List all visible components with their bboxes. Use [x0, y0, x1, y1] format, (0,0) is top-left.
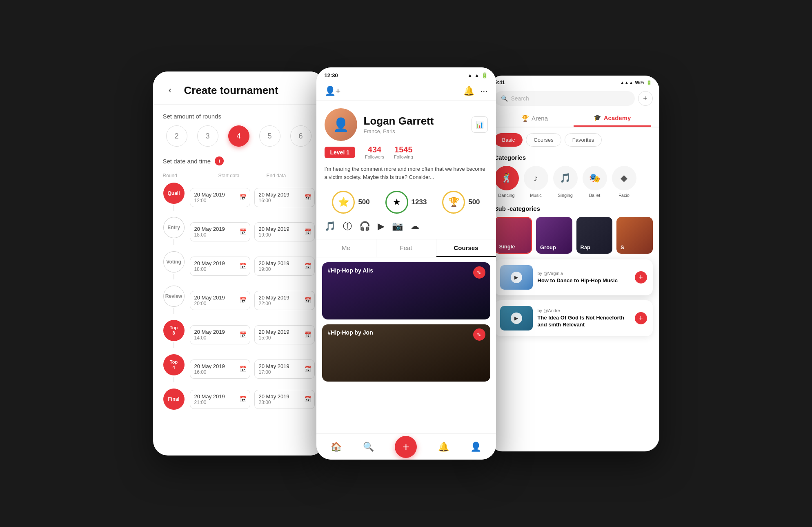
entry-end[interactable]: 20 May 2019 19:00 📅 [254, 222, 315, 241]
info-badge: i [215, 156, 224, 165]
video-card-2[interactable]: #Hip-Hop by Jon ✎ [322, 324, 490, 382]
column-headers: Round Start data End data [163, 173, 315, 179]
cat-ballet[interactable]: 🎭 Ballet [583, 166, 607, 198]
filter-basic[interactable]: Basic [494, 133, 523, 147]
final-dates: 20 May 2019 21:00 📅 20 May 2019 23:00 📅 [190, 390, 315, 409]
review-start[interactable]: 20 May 2019 20:00 📅 [190, 291, 250, 310]
notification-icon[interactable]: 🔔 [463, 86, 474, 96]
badge-voting: Voting [163, 251, 185, 272]
score-circle-green-star: ★ [385, 191, 408, 214]
cat-singing[interactable]: 🎵 Singing [553, 166, 578, 198]
tab-arena[interactable]: 🏆 Arena [496, 109, 574, 127]
review-end[interactable]: 20 May 2019 22:00 📅 [254, 291, 315, 310]
play-button-2[interactable]: ▶ [511, 313, 522, 324]
bio-text: I'm hearing the comment more and more of… [316, 165, 496, 188]
subcat-rap[interactable]: Rap [576, 217, 613, 254]
cal-icon-end: 📅 [304, 366, 311, 372]
play-button-1[interactable]: ▶ [511, 272, 522, 283]
quali-start[interactable]: 20 May 2019 12:00 📅 [190, 188, 250, 207]
level-badge: Level 1 [325, 147, 355, 158]
video-list-card-2: ▶ by @Andre The Idea Of God Is Not Hence… [494, 300, 653, 336]
tab-academy[interactable]: 🎓 Academy [574, 109, 651, 127]
subcat-group[interactable]: Group [536, 217, 572, 254]
facebook-icon[interactable]: ⓕ [343, 220, 352, 232]
quali-end[interactable]: 20 May 2019 16:00 📅 [254, 188, 315, 207]
add-button[interactable]: + [638, 91, 653, 106]
voting-start[interactable]: 20 May 2019 18:00 📅 [190, 257, 250, 276]
date-time-label: Set date and time [163, 158, 211, 165]
subcat-more[interactable]: S [616, 217, 653, 254]
add-video-btn-1[interactable]: + [635, 271, 647, 284]
video-info-2: by @Andre The Idea Of God Is Not Hencefo… [538, 308, 630, 328]
top4-start[interactable]: 20 May 2019 16:00 📅 [190, 360, 250, 379]
video-edit-btn-1[interactable]: ✎ [473, 266, 485, 279]
tab-courses[interactable]: Courses [436, 239, 496, 257]
profile-location: France, Paris [364, 128, 465, 134]
top8-start[interactable]: 20 May 2019 14:00 📅 [190, 325, 250, 344]
music-icon[interactable]: 🎵 [325, 221, 336, 232]
round-2[interactable]: 2 [166, 125, 187, 147]
p3-search-bar: 🔍 Search + [488, 88, 659, 109]
badge-review: Review [163, 286, 185, 307]
filter-favorites[interactable]: Favorites [565, 133, 602, 147]
cat-facio[interactable]: ◆ Facio [612, 166, 636, 198]
round-row-quali: Quali 20 May 2019 12:00 📅 20 May 2019 16… [163, 183, 315, 212]
connector-line [174, 342, 174, 348]
round-4[interactable]: 4 [228, 125, 249, 147]
instagram-icon[interactable]: 📷 [392, 221, 403, 232]
final-start[interactable]: 20 May 2019 21:00 📅 [190, 390, 250, 409]
quali-end-time: 16:00 [259, 198, 310, 203]
filter-courses[interactable]: Courses [526, 133, 561, 147]
round-5[interactable]: 5 [259, 125, 280, 147]
p3-wifi-icon: WiFi [635, 80, 644, 85]
tab-me[interactable]: Me [316, 239, 376, 257]
spotify-icon[interactable]: 🎧 [359, 221, 370, 232]
add-video-btn-2[interactable]: + [635, 312, 647, 324]
chart-button[interactable]: 📊 [472, 116, 488, 133]
video-edit-btn-2[interactable]: ✎ [473, 328, 485, 341]
p3-tabs: 🏆 Arena 🎓 Academy [488, 109, 659, 127]
cat-music[interactable]: ♪ Music [524, 166, 548, 198]
status-time: 12:30 [325, 72, 338, 78]
badge-top8: Top8 [163, 320, 185, 341]
add-user-icon[interactable]: 👤+ [325, 86, 341, 96]
round-6[interactable]: 6 [290, 125, 311, 147]
cat-dancing[interactable]: 🕺 Dancing [494, 166, 519, 198]
search-inner[interactable]: 🔍 Search [494, 91, 635, 106]
subcat-single[interactable]: Single [494, 217, 532, 254]
p2-tabs: Me Feat Courses [316, 239, 496, 257]
video-card-1[interactable]: #Hip-Hop by Alis ✎ [322, 262, 490, 319]
round-row-entry: Entry 20 May 2019 18:00 📅 20 May 2019 19… [163, 217, 315, 246]
nav-plus-button[interactable]: + [395, 436, 417, 458]
video-tag-2: #Hip-Hop by Jon [328, 329, 373, 336]
entry-start[interactable]: 20 May 2019 18:00 📅 [190, 222, 250, 241]
soundcloud-icon[interactable]: ☁ [410, 221, 419, 232]
p2-bottom-nav: 🏠 🔍 + 🔔 👤 [316, 433, 496, 460]
tab-feat[interactable]: Feat [376, 239, 436, 257]
nav-bell-icon[interactable]: 🔔 [438, 442, 449, 452]
voting-end[interactable]: 20 May 2019 19:00 📅 [254, 257, 315, 276]
cal-icon-end: 📅 [304, 297, 311, 304]
cal-icon: 📅 [240, 366, 247, 372]
video-author-1: by @Virginia [538, 271, 630, 276]
top8-end[interactable]: 20 May 2019 15:00 📅 [254, 325, 315, 344]
ballet-icon-circle: 🎭 [583, 166, 607, 190]
phone-create-tournament: ‹ Create tournament Set amount of rounds… [153, 71, 325, 456]
round-3[interactable]: 3 [197, 125, 218, 147]
nav-profile-icon[interactable]: 👤 [470, 442, 481, 452]
youtube-icon[interactable]: ▶ [378, 221, 385, 232]
p1-header: ‹ Create tournament [153, 71, 325, 105]
facio-icon-circle: ◆ [612, 166, 636, 190]
top4-end[interactable]: 20 May 2019 17:00 📅 [254, 360, 315, 379]
subcategories-row: Single Group Rap S [494, 217, 653, 254]
followers-stat: 434 Followers [365, 145, 384, 159]
subcat-group-label: Group [540, 244, 556, 250]
video-info-1: by @Virginia How to Dance to Hip-Hop Mus… [538, 271, 630, 284]
score-item-3: 🏆 500 [442, 191, 480, 214]
badge-quali: Quali [163, 183, 185, 204]
back-button[interactable]: ‹ [163, 83, 178, 98]
nav-home-icon[interactable]: 🏠 [331, 442, 342, 452]
final-end[interactable]: 20 May 2019 23:00 📅 [254, 390, 315, 409]
more-options-icon[interactable]: ··· [480, 86, 487, 96]
nav-search-icon[interactable]: 🔍 [363, 442, 374, 452]
